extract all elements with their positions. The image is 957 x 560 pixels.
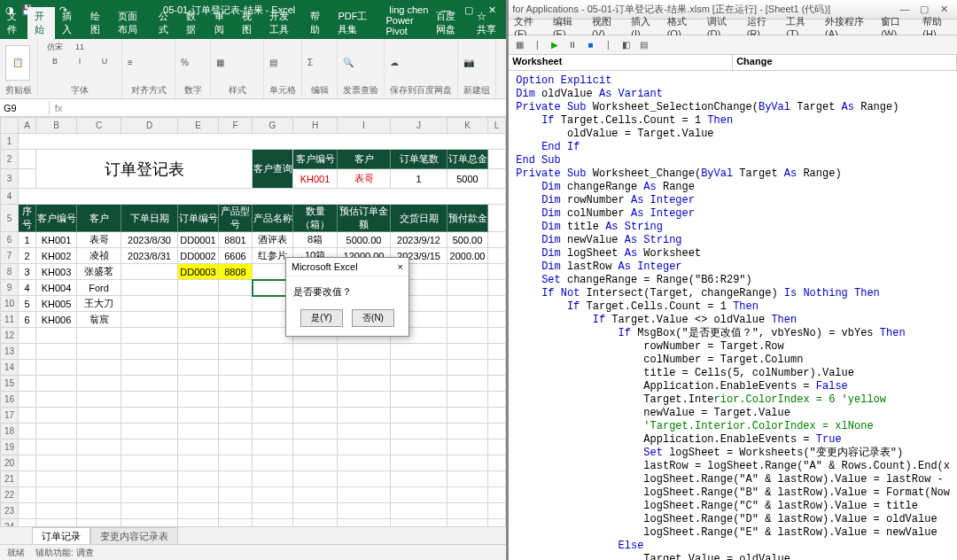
cell[interactable] bbox=[488, 503, 506, 519]
cell[interactable]: 6 bbox=[19, 312, 36, 328]
cell[interactable] bbox=[178, 455, 219, 471]
row-header[interactable]: 15 bbox=[1, 376, 19, 392]
cell[interactable] bbox=[338, 439, 391, 455]
cell[interactable] bbox=[447, 408, 488, 424]
cell[interactable]: 8箱 bbox=[293, 232, 338, 248]
fx-icon[interactable]: fx bbox=[50, 103, 67, 113]
cell[interactable]: 订单编号 bbox=[178, 205, 219, 232]
row-header[interactable]: 16 bbox=[1, 392, 19, 408]
cell[interactable] bbox=[19, 392, 36, 408]
cell[interactable] bbox=[253, 519, 293, 527]
cell[interactable]: 2023/8/31 bbox=[121, 248, 178, 264]
col-header[interactable]: C bbox=[77, 118, 121, 134]
cell[interactable]: 数量（箱） bbox=[293, 205, 338, 232]
row-header[interactable]: 2 bbox=[1, 150, 19, 169]
grid[interactable]: ABCDEFGHIJKL12订单登记表客户查询客户编号客户订单笔数订单总金3KH… bbox=[0, 117, 506, 526]
row-header[interactable]: 9 bbox=[1, 280, 19, 296]
cell[interactable]: DD0001 bbox=[178, 232, 219, 248]
vba-break-icon[interactable]: ⏸ bbox=[565, 38, 580, 52]
cell[interactable] bbox=[121, 376, 178, 392]
ribbon-tab-3[interactable]: 绘图 bbox=[83, 7, 111, 39]
cell[interactable]: 4 bbox=[19, 280, 36, 296]
cell[interactable] bbox=[219, 392, 253, 408]
code-editor[interactable]: Option ExplicitDim oldValue As VariantPr… bbox=[509, 71, 957, 560]
cell[interactable] bbox=[178, 376, 219, 392]
cell[interactable] bbox=[488, 376, 506, 392]
share-button[interactable]: ☆ 共享 bbox=[470, 7, 506, 39]
cell[interactable]: 预估订单金额 bbox=[338, 205, 391, 232]
cell[interactable] bbox=[178, 328, 219, 344]
cell[interactable] bbox=[178, 360, 219, 376]
cell[interactable] bbox=[77, 392, 121, 408]
row-header[interactable]: 17 bbox=[1, 408, 19, 424]
cell[interactable] bbox=[447, 392, 488, 408]
cell[interactable] bbox=[219, 471, 253, 487]
cell[interactable] bbox=[391, 471, 447, 487]
cell[interactable] bbox=[338, 503, 391, 519]
cell[interactable] bbox=[447, 424, 488, 439]
cell[interactable] bbox=[121, 487, 178, 503]
row-header[interactable]: 12 bbox=[1, 328, 19, 344]
cell[interactable]: 客户 bbox=[77, 205, 121, 232]
cell[interactable] bbox=[121, 328, 178, 344]
cell[interactable] bbox=[219, 439, 253, 455]
cell[interactable] bbox=[77, 519, 121, 527]
cell[interactable] bbox=[488, 150, 506, 169]
cell[interactable] bbox=[36, 344, 77, 360]
cell[interactable] bbox=[447, 312, 488, 328]
cell[interactable] bbox=[36, 392, 77, 408]
row-header[interactable]: 10 bbox=[1, 296, 19, 312]
cell[interactable]: 3 bbox=[19, 264, 36, 280]
cell[interactable] bbox=[121, 408, 178, 424]
ribbon-tab-2[interactable]: 插入 bbox=[55, 7, 82, 39]
cell[interactable]: 2023/9/12 bbox=[391, 232, 447, 248]
italic-button[interactable]: I bbox=[68, 55, 91, 67]
cell[interactable] bbox=[121, 424, 178, 439]
cell[interactable] bbox=[77, 328, 121, 344]
cell[interactable] bbox=[19, 471, 36, 487]
cell[interactable]: KH001 bbox=[36, 232, 77, 248]
paste-button[interactable]: 📋 bbox=[5, 45, 30, 81]
col-header[interactable]: E bbox=[178, 118, 219, 134]
cell[interactable] bbox=[293, 408, 338, 424]
cell[interactable] bbox=[253, 344, 293, 360]
col-header[interactable]: A bbox=[19, 118, 36, 134]
cell[interactable]: 2 bbox=[19, 248, 36, 264]
col-header[interactable]: F bbox=[219, 118, 253, 134]
cell[interactable] bbox=[293, 376, 338, 392]
cell[interactable]: 客户编号 bbox=[293, 150, 338, 169]
col-header[interactable]: J bbox=[391, 118, 447, 134]
cell[interactable]: 5 bbox=[19, 296, 36, 312]
cell[interactable]: 表哥 bbox=[77, 232, 121, 248]
cell[interactable] bbox=[36, 424, 77, 439]
cell[interactable] bbox=[121, 280, 178, 296]
cell[interactable] bbox=[338, 360, 391, 376]
cell[interactable]: 500.00 bbox=[447, 232, 488, 248]
cell[interactable] bbox=[391, 360, 447, 376]
cell[interactable] bbox=[391, 439, 447, 455]
cell[interactable] bbox=[293, 344, 338, 360]
cell[interactable] bbox=[36, 503, 77, 519]
vba-close-icon[interactable]: ✕ bbox=[934, 4, 953, 15]
cell[interactable] bbox=[488, 344, 506, 360]
cell[interactable] bbox=[488, 280, 506, 296]
vba-proc-select[interactable]: Change bbox=[733, 55, 957, 70]
cell[interactable] bbox=[293, 455, 338, 471]
cell[interactable] bbox=[447, 439, 488, 455]
cell[interactable] bbox=[253, 487, 293, 503]
cell[interactable] bbox=[391, 424, 447, 439]
cell[interactable] bbox=[447, 296, 488, 312]
cell[interactable] bbox=[219, 408, 253, 424]
cell[interactable] bbox=[253, 439, 293, 455]
underline-button[interactable]: U bbox=[93, 55, 116, 67]
cell[interactable] bbox=[293, 471, 338, 487]
cell[interactable]: KH006 bbox=[36, 312, 77, 328]
cell[interactable] bbox=[447, 360, 488, 376]
cell[interactable]: 客户编号 bbox=[36, 205, 77, 232]
cell[interactable]: 1 bbox=[391, 169, 447, 189]
cell[interactable] bbox=[36, 439, 77, 455]
cell[interactable] bbox=[77, 360, 121, 376]
cell[interactable] bbox=[488, 360, 506, 376]
cell[interactable] bbox=[447, 487, 488, 503]
cell[interactable] bbox=[19, 189, 506, 205]
